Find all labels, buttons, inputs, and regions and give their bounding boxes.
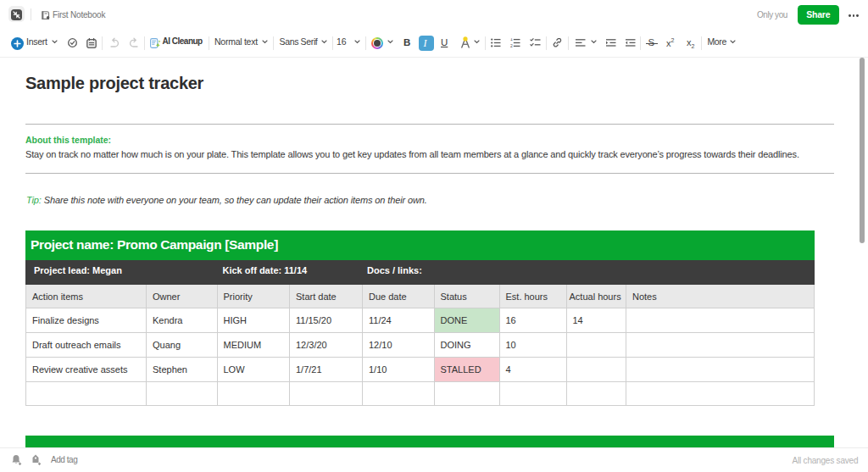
svg-text:2: 2 bbox=[510, 43, 513, 47]
svg-text:1: 1 bbox=[510, 38, 513, 42]
